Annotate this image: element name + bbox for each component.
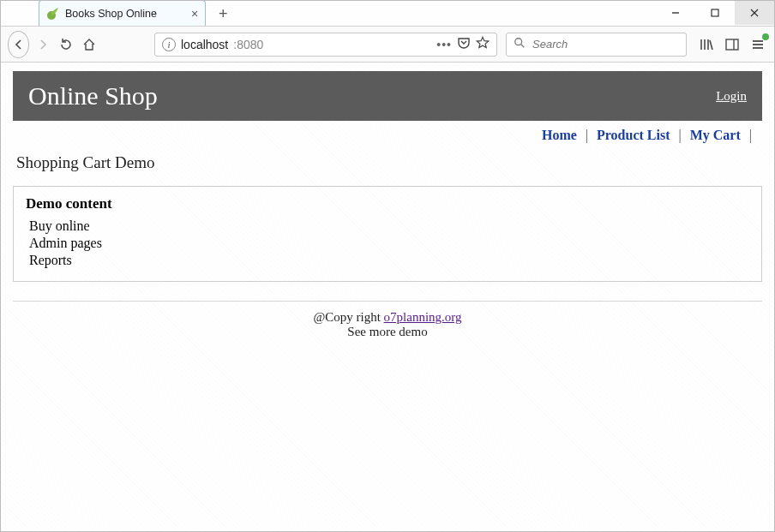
tab-favicon [46,7,60,21]
window-controls [656,1,774,25]
new-tab-button[interactable]: + [211,3,235,24]
login-link[interactable]: Login [716,89,747,104]
search-bar[interactable] [506,33,687,57]
demo-heading: Demo content [26,195,749,212]
sidebar-icon[interactable] [723,35,742,54]
svg-line-6 [521,44,525,47]
tab-close-icon[interactable]: × [191,7,198,21]
window-close-button[interactable] [735,1,774,25]
nav-sep: | [744,128,757,142]
reload-button[interactable] [57,32,76,57]
window-maximize-button[interactable] [695,1,735,25]
svg-rect-11 [726,39,738,50]
footer: @Copy right o7planning.org See more demo [13,310,762,339]
url-port: :8080 [233,38,263,51]
address-bar[interactable]: i localhost:8080 ••• [154,33,497,57]
demo-content-box: Demo content Buy online Admin pages Repo… [13,186,762,282]
footer-copy-prefix: @Copy right [313,310,383,324]
page-viewport: Online Shop Login Home | Product List | … [1,63,774,531]
svg-rect-2 [712,9,718,16]
site-info-icon[interactable]: i [162,38,176,51]
nav-product-list[interactable]: Product List [597,128,670,142]
svg-point-5 [515,38,522,45]
page-title: Shopping Cart Demo [16,153,762,172]
search-input[interactable] [531,37,679,51]
page-actions-icon[interactable]: ••• [436,38,452,51]
nav-my-cart[interactable]: My Cart [690,128,741,142]
footer-more: See more demo [347,325,427,338]
nav-menu: Home | Product List | My Cart | [13,121,762,148]
demo-item: Admin pages [26,235,749,252]
site-title: Online Shop [28,81,158,111]
menu-icon[interactable] [748,35,767,54]
back-button[interactable] [8,31,29,58]
divider [13,301,762,302]
search-icon [514,37,526,52]
svg-line-10 [710,40,712,50]
footer-link[interactable]: o7planning.org [384,310,462,324]
tab-title: Books Shop Online [65,8,157,20]
url-host: localhost [181,38,228,51]
home-button[interactable] [80,32,99,57]
pocket-icon[interactable] [457,36,471,52]
browser-tab[interactable]: Books Shop Online × [39,0,206,26]
browser-toolbar: i localhost:8080 ••• [1,27,774,63]
demo-item: Buy online [26,218,749,235]
nav-home[interactable]: Home [542,128,577,142]
library-icon[interactable] [697,35,716,54]
demo-item: Reports [26,252,749,269]
nav-sep: | [674,128,687,142]
window-titlebar: Books Shop Online × + [1,1,774,27]
bookmark-star-icon[interactable] [476,36,490,52]
menu-notification-dot [762,33,769,40]
forward-button[interactable] [33,32,52,57]
site-header: Online Shop Login [13,71,762,121]
nav-sep: | [580,128,593,142]
window-minimize-button[interactable] [656,1,695,25]
